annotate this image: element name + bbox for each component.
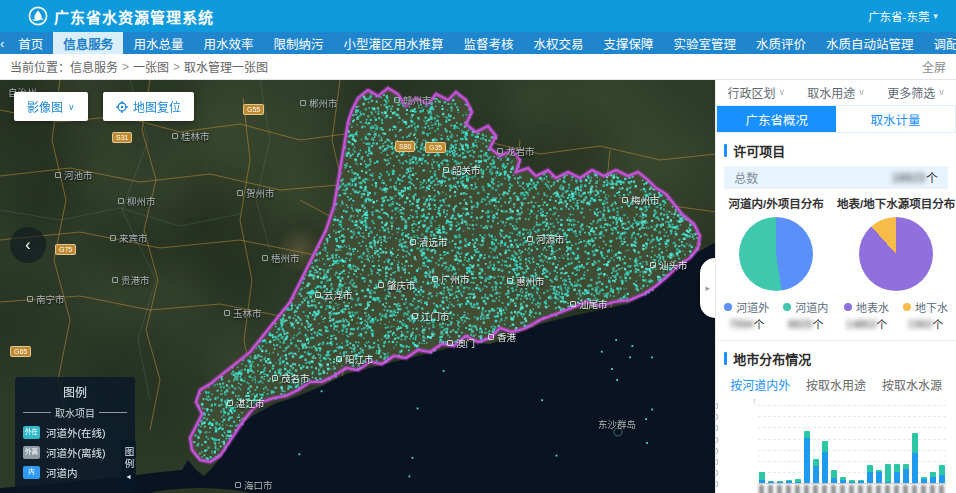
pie-graphic — [859, 217, 933, 291]
pie-legend-item: 河道外7994个 — [724, 299, 769, 332]
section-accent-bar — [724, 144, 727, 157]
legend-item-label: 河道外(在线) — [46, 425, 106, 440]
panel-tab-2[interactable]: 取水计量 — [836, 106, 955, 133]
bar-segment-blue — [903, 469, 909, 483]
nav-tab-4[interactable]: 用水效率 — [193, 32, 263, 54]
bar-column[interactable] — [831, 470, 837, 483]
x-axis-label: ▇▇▇ — [885, 485, 891, 493]
bar-column[interactable] — [921, 477, 927, 483]
bar-column[interactable] — [858, 480, 864, 483]
filter-dropdown-1[interactable]: 行政区划∨ — [727, 84, 785, 101]
bar-column[interactable] — [813, 459, 819, 483]
pie-legend-label: 地下水 — [915, 299, 948, 315]
overview-tabs: 广东省概况取水计量 — [716, 105, 956, 134]
x-axis-label: ▇▇▇ — [795, 485, 801, 493]
pie-legend-item: 河道内8829个 — [783, 299, 828, 332]
bar-column[interactable] — [822, 441, 828, 483]
nav-tab-10[interactable]: 实验室管理 — [663, 32, 746, 54]
nav-tab-11[interactable]: 水质评价 — [746, 32, 816, 54]
basemap-select[interactable]: 影像图 ∨ — [14, 92, 88, 121]
region-selector[interactable]: 广东省-东莞 ▾ — [868, 0, 938, 32]
bar-column[interactable] — [840, 477, 846, 483]
nav-tab-3[interactable]: 用水总量 — [123, 32, 193, 54]
pie-legend-value: 7994个 — [729, 316, 764, 332]
breadcrumb-item[interactable]: 一张图 — [133, 58, 169, 75]
bar-column[interactable] — [786, 480, 792, 483]
pie-title: 河道内/外项目分布 — [729, 195, 824, 211]
bar-column[interactable] — [777, 481, 783, 483]
caret-down-icon: ▾ — [933, 11, 938, 21]
pie-legend-value: 14863个 — [846, 316, 888, 332]
caret-down-icon: ∨ — [68, 102, 75, 112]
nav-tab-2[interactable]: 信息服务 — [53, 32, 123, 54]
bar-column[interactable] — [849, 480, 855, 483]
bar-segment-blue — [777, 482, 783, 484]
pie-value-number: 7994 — [729, 318, 753, 330]
panel-collapse-handle[interactable]: ▸ — [700, 258, 715, 318]
pie-legend: 地表水14863个地下水1960个 — [844, 299, 948, 332]
breadcrumb-separator: > — [122, 60, 129, 74]
caret-down-icon: ∨ — [938, 87, 945, 97]
fullscreen-button[interactable]: 全屏 — [922, 58, 946, 75]
legend-item-1[interactable]: 外在河道外(在线) — [23, 425, 127, 440]
bar-segment-green — [822, 441, 828, 451]
x-axis-label: ▇▇▇ — [768, 485, 774, 493]
legend-group-label: 取水项目 — [55, 405, 95, 420]
filter-dropdown-2[interactable]: 取水用途∨ — [807, 84, 865, 101]
bar-segment-blue — [786, 481, 792, 483]
bar-column[interactable] — [867, 465, 873, 483]
filter-row: 行政区划∨取水用途∨更多筛选∨ — [716, 80, 956, 105]
nav-tab-12[interactable]: 水质自动站管理 — [816, 32, 924, 54]
bar-column[interactable] — [768, 481, 774, 483]
bar-segment-blue — [939, 475, 945, 483]
bar-segment-green — [813, 459, 819, 467]
legend-collapse-tab[interactable]: 图例 ◂ — [121, 440, 136, 488]
map-view[interactable]: 自治州郴州市赣州市桂林市龙岩市河池市贺州市柳州市来宾市梧州市贵港市南宁市玉林市海… — [0, 80, 715, 493]
legend-title: 图例 — [23, 383, 127, 400]
filter-label: 更多筛选 — [887, 84, 935, 101]
nav-tab-7[interactable]: 监督考核 — [453, 32, 523, 54]
nav-tab-6[interactable]: 小型灌区用水推算 — [333, 32, 453, 54]
bar-column[interactable] — [894, 464, 900, 483]
legend-item-3[interactable]: 内河道内 — [23, 465, 127, 480]
bar-column[interactable] — [939, 465, 945, 483]
nav-tab-5[interactable]: 限制纳污 — [263, 32, 333, 54]
nav-tab-9[interactable]: 支撑保障 — [593, 32, 663, 54]
dist-tab-1[interactable]: 按河道内外 — [730, 374, 790, 395]
bar-segment-green — [894, 464, 900, 472]
dist-tab-2[interactable]: 按取水用途 — [806, 374, 866, 395]
filter-dropdown-3[interactable]: 更多筛选∨ — [887, 84, 945, 101]
pie-legend-item: 地下水1960个 — [903, 299, 948, 332]
nav-tab-8[interactable]: 水权交易 — [523, 32, 593, 54]
bar-column[interactable] — [759, 472, 765, 483]
app-header: 广东省水资源管理系统 广东省-东莞 ▾ — [0, 0, 956, 32]
y-axis-tick: 2,500 — [715, 423, 718, 433]
panel-tab-1[interactable]: 广东省概况 — [717, 106, 836, 133]
bar-column[interactable] — [804, 431, 810, 484]
x-axis-label: ▇▇▇ — [876, 485, 882, 493]
bar-column[interactable] — [912, 433, 918, 483]
pie-legend-value: 1960个 — [908, 316, 943, 332]
pie-legend-item: 地表水14863个 — [844, 299, 889, 332]
nav-tab-1[interactable]: 首页 — [8, 32, 53, 54]
nav-tab-13[interactable]: 调配决策 — [924, 32, 956, 54]
bar-segment-blue — [831, 478, 837, 483]
bar-column[interactable] — [930, 472, 936, 483]
app-title: 广东省水资源管理系统 — [54, 6, 214, 27]
bar-column[interactable] — [876, 470, 882, 483]
bar-segment-blue — [894, 472, 900, 483]
map-reset-button[interactable]: 地图复位 — [103, 92, 194, 121]
legend-item-2[interactable]: 外离河道外(离线) — [23, 445, 127, 460]
bar-column[interactable] — [903, 464, 909, 483]
basemap-label: 影像图 — [27, 98, 63, 115]
breadcrumb-item[interactable]: 取水管理一张图 — [184, 58, 268, 75]
breadcrumb-item[interactable]: 信息服务 — [70, 58, 118, 75]
x-axis-label: ▇▇▇ — [759, 485, 765, 493]
pan-left-button[interactable]: ‹ — [10, 227, 46, 263]
dist-tab-3[interactable]: 按取水水源 — [882, 374, 942, 395]
pie-legend-label: 地表水 — [856, 299, 889, 315]
y-axis-tick: 2,000 — [715, 435, 718, 445]
city-section-title: 地市分布情况 — [733, 349, 811, 368]
bar-column[interactable] — [795, 479, 801, 483]
bar-column[interactable] — [885, 464, 891, 483]
